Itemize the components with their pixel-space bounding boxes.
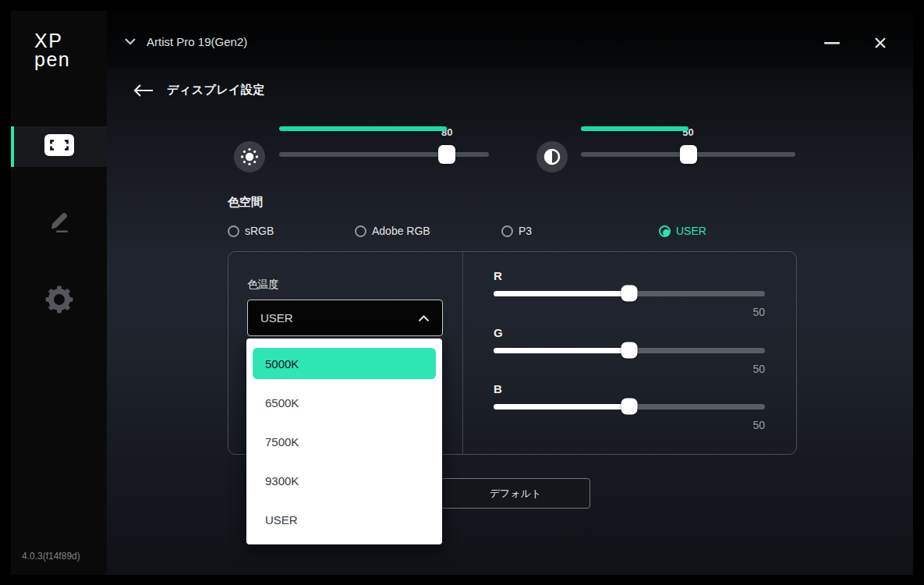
chevron-down-icon (124, 34, 136, 48)
color-space-label: 色空間 (228, 195, 263, 210)
close-button[interactable] (865, 31, 896, 55)
radio-circle (501, 225, 513, 237)
radio-srgb[interactable]: sRGB (228, 225, 274, 237)
radio-circle (355, 225, 366, 237)
sidebar: XP pen (11, 11, 107, 575)
color-temp-dropdown: 5000K 6500K 7500K 9300K USER (246, 339, 442, 544)
color-temp-selected: USER (260, 311, 293, 324)
brightness-icon (234, 141, 265, 172)
app-window: XP pen (11, 11, 913, 575)
contrast-handle[interactable] (680, 145, 697, 164)
color-temp-select[interactable]: USER (247, 300, 443, 336)
dropdown-option-5000k[interactable]: 5000K (253, 348, 436, 379)
screenshot-root: XP pen (0, 0, 924, 585)
dropdown-option-user[interactable]: USER (253, 504, 436, 535)
rgb-row-g: G 50 (494, 326, 765, 378)
g-value: 50 (494, 363, 765, 375)
back-arrow-icon[interactable] (133, 83, 154, 98)
radio-user[interactable]: USER (659, 225, 706, 237)
channel-label: B (494, 382, 765, 398)
page-title: ディスプレイ設定 (167, 83, 265, 98)
radio-label: Adobe RGB (372, 225, 430, 237)
dropdown-option-9300k[interactable]: 9300K (253, 465, 436, 496)
channel-label: G (494, 326, 765, 342)
rgb-row-b: B 50 (494, 382, 765, 434)
brightness-slider[interactable]: 80 (279, 126, 489, 170)
default-button[interactable]: デフォルト (441, 478, 590, 509)
radio-label: sRGB (245, 225, 274, 237)
radio-p3[interactable]: P3 (501, 225, 532, 237)
radio-label: USER (676, 225, 706, 237)
r-value: 50 (494, 306, 765, 318)
sidebar-item-display-settings[interactable] (11, 126, 107, 167)
device-selector[interactable]: Artist Pro 19(Gen2) (124, 34, 247, 48)
radio-circle (228, 225, 239, 237)
r-fill (494, 291, 629, 296)
main-area: Artist Pro 19(Gen2) ディスプレイ設定 (107, 11, 913, 575)
b-value: 50 (494, 419, 765, 431)
color-temp-label: 色温度 (247, 278, 279, 292)
logo-line1: XP (34, 31, 70, 50)
gear-icon (44, 285, 74, 317)
xppen-logo: XP pen (34, 31, 70, 69)
pen-icon (46, 207, 73, 238)
b-handle[interactable] (621, 399, 638, 415)
minimize-button[interactable] (816, 31, 848, 55)
g-fill (494, 348, 629, 353)
contrast-slider[interactable]: 50 (581, 126, 795, 170)
default-button-label: デフォルト (490, 487, 542, 501)
contrast-icon (536, 141, 568, 172)
chevron-up-icon (418, 311, 430, 325)
radio-label: P3 (519, 225, 532, 237)
r-slider[interactable] (494, 285, 765, 302)
channel-label: R (494, 269, 765, 285)
contrast-fill (581, 126, 689, 131)
brightness-fill (279, 126, 447, 131)
radio-circle (659, 225, 671, 237)
g-handle[interactable] (621, 342, 638, 359)
brightness-handle[interactable] (438, 145, 455, 164)
dropdown-option-7500k[interactable]: 7500K (253, 426, 436, 457)
sidebar-item-pen-settings[interactable] (11, 202, 107, 243)
color-space-options: sRGB Adobe RGB P3 USER (228, 225, 797, 242)
rgb-row-r: R 50 (494, 269, 765, 321)
device-name: Artist Pro 19(Gen2) (147, 35, 247, 48)
sidebar-item-app-settings[interactable] (11, 281, 107, 321)
panel-divider (462, 252, 463, 454)
g-slider[interactable] (494, 342, 765, 359)
b-fill (494, 404, 629, 410)
display-area-icon (44, 133, 75, 160)
page-header: ディスプレイ設定 (133, 83, 265, 98)
radio-adobe-rgb[interactable]: Adobe RGB (355, 225, 430, 237)
r-handle[interactable] (621, 285, 638, 302)
b-slider[interactable] (494, 398, 765, 415)
brightness-track[interactable] (279, 152, 489, 157)
app-version: 4.0.3(f14f89d) (22, 551, 80, 562)
dropdown-option-6500k[interactable]: 6500K (253, 387, 436, 418)
logo-line2: pen (34, 50, 70, 69)
